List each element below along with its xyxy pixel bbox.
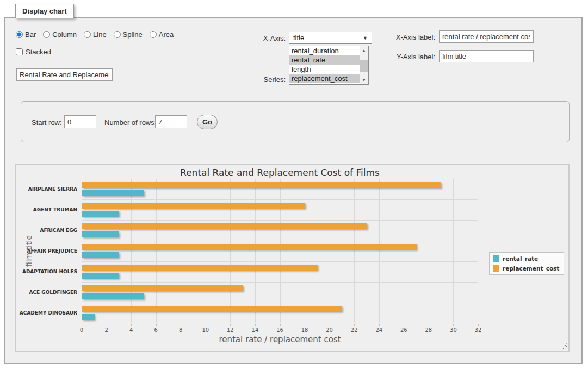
- gridline: [82, 241, 478, 241]
- series-option-length[interactable]: length: [289, 65, 360, 74]
- x-axis-label-caption: X-Axis label:: [387, 33, 435, 41]
- x-tick-mark: [107, 324, 107, 326]
- category-label: AFRICAN EGG: [16, 228, 77, 233]
- column-radio-label: Column: [52, 30, 77, 39]
- x-tick-mark: [230, 324, 231, 326]
- bar-rental_rate: [82, 314, 95, 320]
- legend-label: rental_rate: [503, 255, 538, 262]
- radio-option-bar[interactable]: Bar: [16, 30, 36, 39]
- x-tick-mark: [156, 324, 157, 326]
- gridline: [404, 179, 404, 323]
- x-tick-label: 14: [244, 327, 266, 333]
- stacked-option[interactable]: Stacked: [16, 48, 51, 56]
- x-tick-mark: [181, 324, 181, 326]
- x-tick-mark: [82, 324, 82, 326]
- listbox-scrollbar[interactable]: ▲ ▼: [360, 46, 368, 84]
- chevron-down-icon: ▼: [363, 35, 368, 41]
- page: Display chart Bar Column Line Spline Are…: [0, 0, 588, 370]
- category-label: ADAPTATION HOLES: [16, 269, 77, 274]
- radio-option-column[interactable]: Column: [43, 30, 77, 39]
- gridline: [255, 179, 256, 323]
- x-axis-select[interactable]: title ▼: [289, 32, 372, 44]
- series-option-rental-rate[interactable]: rental_rate: [289, 55, 360, 65]
- bar-rental_rate: [82, 252, 119, 258]
- x-axis-label-input[interactable]: [439, 30, 534, 43]
- legend-entry-rental_rate[interactable]: rental_rate: [493, 255, 559, 262]
- legend-entry-replacement_cost[interactable]: replacement_cost: [493, 265, 559, 272]
- x-tick-mark: [255, 324, 256, 326]
- go-button[interactable]: Go: [197, 115, 218, 129]
- x-tick-label: 30: [442, 327, 464, 333]
- bar-replacement_cost: [82, 244, 417, 250]
- bar-rental_rate: [82, 211, 119, 217]
- x-tick-mark: [330, 324, 330, 326]
- x-tick-label: 24: [368, 327, 390, 333]
- category-label: ACE GOLDFINGER: [16, 290, 77, 295]
- chart-legend: rental_ratereplacement_cost: [489, 252, 564, 275]
- chart-title: Rental Rate and Replacement Cost of Film…: [82, 167, 478, 178]
- x-tick-label: 0: [71, 327, 92, 333]
- bar-replacement_cost: [82, 285, 243, 291]
- column-radio[interactable]: [43, 31, 50, 38]
- gridline: [107, 179, 107, 323]
- gridline: [82, 199, 478, 200]
- gridline: [330, 179, 330, 323]
- gridline: [181, 179, 181, 323]
- gridline: [280, 179, 281, 323]
- radio-option-area[interactable]: Area: [150, 30, 174, 39]
- scroll-down-icon[interactable]: ▼: [360, 76, 368, 84]
- resize-grip-icon[interactable]: [561, 343, 567, 349]
- bar-replacement_cost: [82, 306, 342, 312]
- x-tick-label: 32: [467, 327, 489, 333]
- series-listbox[interactable]: rental_duration rental_rate length repla…: [289, 46, 369, 85]
- x-tick-mark: [379, 324, 380, 326]
- x-axis-select-label: X-Axis:: [247, 34, 286, 42]
- radio-option-spline[interactable]: Spline: [114, 30, 143, 39]
- category-label: AIRPLANE SIERRA: [16, 186, 77, 192]
- stacked-checkbox[interactable]: [16, 48, 23, 55]
- series-option-replacement-cost[interactable]: replacement_cost: [289, 74, 360, 83]
- start-row-input[interactable]: [64, 115, 96, 128]
- line-radio-label: Line: [93, 30, 107, 39]
- chart-title-input[interactable]: [16, 68, 113, 81]
- x-tick-label: 12: [219, 327, 241, 333]
- x-tick-mark: [131, 324, 132, 326]
- gridline: [156, 179, 157, 323]
- area-radio-label: Area: [159, 30, 174, 39]
- line-radio[interactable]: [84, 31, 91, 38]
- series-listbox-label: Series:: [247, 76, 286, 84]
- y-axis-label-caption: Y-Axis label:: [387, 53, 435, 61]
- legend-swatch-icon: [493, 265, 499, 272]
- x-axis-selected-value: title: [293, 34, 304, 42]
- number-of-rows-input[interactable]: [155, 115, 187, 128]
- bar-replacement_cost: [82, 265, 318, 271]
- series-option-rental-duration[interactable]: rental_duration: [289, 46, 360, 55]
- bar-radio[interactable]: [16, 31, 23, 38]
- gridline: [206, 179, 206, 323]
- x-tick-label: 18: [294, 327, 315, 333]
- bar-replacement_cost: [82, 203, 305, 209]
- display-chart-legend: Display chart: [15, 4, 74, 18]
- x-tick-label: 16: [269, 327, 291, 333]
- start-row-label: Start row:: [32, 118, 62, 127]
- bar-rental_rate: [82, 293, 144, 299]
- x-tick-mark: [404, 324, 404, 326]
- x-tick-mark: [453, 324, 454, 326]
- bar-replacement_cost: [82, 223, 367, 229]
- area-radio[interactable]: [150, 31, 157, 38]
- gridline: [354, 179, 355, 323]
- x-tick-label: 4: [120, 327, 142, 333]
- radio-option-line[interactable]: Line: [84, 30, 107, 39]
- gridline: [305, 179, 305, 323]
- category-label: AFFAIR PREJUDICE: [16, 248, 77, 254]
- scrollbar-thumb[interactable]: [360, 60, 368, 72]
- spline-radio[interactable]: [114, 31, 121, 38]
- gridline: [82, 220, 478, 221]
- scroll-up-icon[interactable]: ▲: [360, 46, 368, 54]
- y-axis-label-input[interactable]: [439, 50, 534, 62]
- bar-replacement_cost: [82, 182, 441, 188]
- chart: Rental Rate and Replacement Cost of Film…: [15, 164, 570, 352]
- x-tick-label: 22: [343, 327, 365, 333]
- bar-rental_rate: [82, 190, 144, 196]
- category-label: ACADEMY DINOSAUR: [16, 310, 77, 316]
